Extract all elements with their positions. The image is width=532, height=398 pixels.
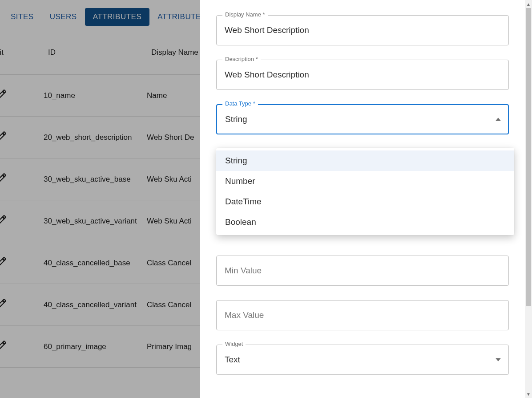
min-value-placeholder: Min Value bbox=[225, 266, 262, 276]
data-type-option-string[interactable]: String bbox=[216, 150, 514, 171]
chevron-down-icon bbox=[496, 357, 501, 362]
display-name-label: Display Name * bbox=[222, 11, 268, 18]
description-label: Description * bbox=[222, 56, 261, 62]
attribute-edit-dialog: Display Name * Web Short Description Des… bbox=[200, 0, 525, 398]
vertical-scrollbar[interactable]: ▲ ▼ bbox=[525, 0, 532, 398]
data-type-value: String bbox=[225, 114, 247, 124]
max-value-placeholder: Max Value bbox=[225, 310, 264, 320]
widget-value: Text bbox=[225, 355, 240, 365]
display-name-field[interactable]: Display Name * Web Short Description bbox=[216, 15, 509, 45]
description-field[interactable]: Description * Web Short Description bbox=[216, 60, 509, 90]
data-type-dropdown: String Number DateTime Boolean bbox=[216, 148, 514, 235]
scrollbar-down-arrow-icon[interactable]: ▼ bbox=[525, 390, 532, 398]
data-type-option-number[interactable]: Number bbox=[216, 171, 514, 191]
data-type-option-datetime[interactable]: DateTime bbox=[216, 191, 514, 212]
scrollbar-up-arrow-icon[interactable]: ▲ bbox=[525, 0, 532, 8]
data-type-option-boolean[interactable]: Boolean bbox=[216, 212, 514, 232]
widget-label: Widget bbox=[222, 341, 246, 347]
max-value-field[interactable]: Max Value bbox=[216, 300, 509, 330]
data-type-select[interactable]: Data Type * String bbox=[216, 104, 509, 134]
scrollbar-thumb[interactable] bbox=[526, 8, 531, 306]
min-value-field[interactable]: Min Value bbox=[216, 256, 509, 286]
display-name-value[interactable]: Web Short Description bbox=[225, 25, 309, 35]
data-type-label: Data Type * bbox=[222, 100, 258, 107]
chevron-up-icon bbox=[496, 117, 501, 122]
widget-select[interactable]: Widget Text bbox=[216, 345, 509, 375]
description-value[interactable]: Web Short Description bbox=[225, 70, 309, 80]
